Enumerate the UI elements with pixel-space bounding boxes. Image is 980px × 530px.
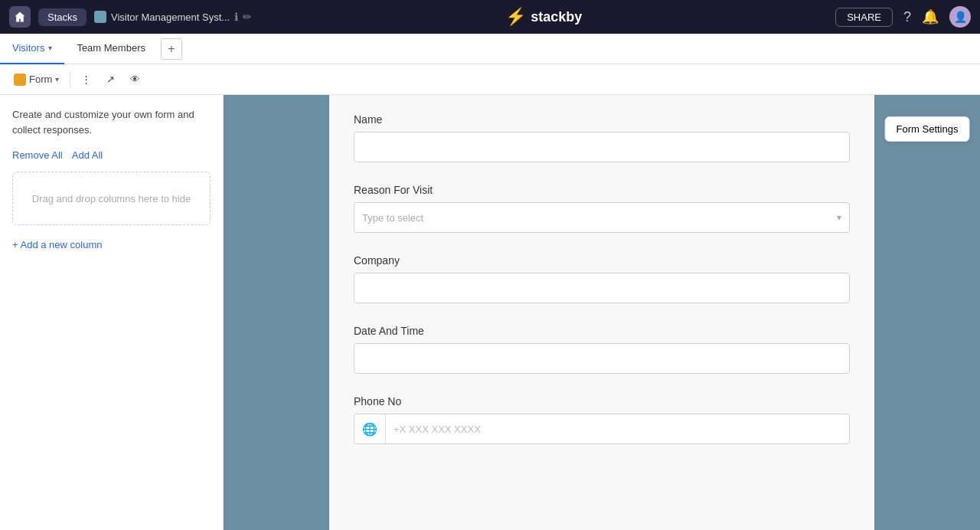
form-icon — [14, 74, 26, 86]
more-options-button[interactable]: ⋮ — [77, 70, 96, 88]
logo-area: ⚡ stackby — [260, 7, 828, 27]
toolbar-divider-1 — [70, 72, 70, 87]
logo-icon: ⚡ — [505, 7, 526, 27]
help-icon[interactable]: ? — [903, 9, 911, 25]
tab-team-members[interactable]: Team Members — [64, 34, 158, 64]
form-field-reason: Reason For Visit Type to select ▾ — [354, 184, 850, 233]
tab-visitors-arrow: ▾ — [48, 44, 52, 52]
select-placeholder: Type to select — [362, 212, 423, 224]
share-button[interactable]: SHARE — [835, 8, 893, 27]
form-field-company: Company — [354, 254, 850, 303]
preview-button[interactable]: 👁 — [126, 70, 145, 88]
form-field-name: Name — [354, 113, 850, 162]
main-content: Create and customize your own form and c… — [0, 95, 980, 530]
toolbar: Form ▾ ⋮ ↗ 👁 — [0, 64, 980, 95]
form-view-button[interactable]: Form ▾ — [9, 70, 64, 89]
remove-all-link[interactable]: Remove All — [12, 149, 63, 161]
tab-bar: Visitors ▾ Team Members + — [0, 34, 980, 64]
form-sidebar-left — [224, 95, 329, 530]
form-field-phone: Phone No 🌐 +X XXX XXX XXXX — [354, 395, 850, 444]
logo-text: stackby — [531, 9, 582, 25]
tab-visitors[interactable]: Visitors ▾ — [0, 34, 64, 64]
phone-placeholder: +X XXX XXX XXXX — [386, 424, 488, 435]
form-area: Name Reason For Visit Type to select ▾ C… — [224, 95, 980, 530]
field-label-reason: Reason For Visit — [354, 184, 850, 196]
column-drop-zone[interactable]: Drag and drop columns here to hide — [12, 172, 211, 225]
notifications-icon[interactable]: 🔔 — [922, 8, 939, 25]
add-column-link[interactable]: + Add a new column — [12, 239, 102, 250]
user-avatar[interactable]: 👤 — [949, 6, 971, 28]
add-tab-button[interactable]: + — [161, 38, 182, 60]
phone-flag[interactable]: 🌐 — [354, 414, 386, 443]
logo: ⚡ stackby — [505, 7, 582, 27]
sidebar-description: Create and customize your own form and c… — [12, 107, 211, 137]
select-arrow-icon: ▾ — [837, 212, 841, 223]
field-select-reason[interactable]: Type to select ▾ — [354, 202, 850, 233]
form-arrow: ▾ — [55, 75, 59, 83]
field-label-name: Name — [354, 113, 850, 126]
top-nav: Stacks Visitor Management Syst... ℹ ✏ ⚡ … — [0, 0, 980, 34]
field-phone-input[interactable]: 🌐 +X XXX XXX XXXX — [354, 414, 850, 444]
field-input-name[interactable] — [354, 132, 850, 162]
globe-icon: 🌐 — [362, 422, 377, 437]
edit-icon[interactable]: ✏ — [243, 11, 252, 23]
field-input-datetime[interactable] — [354, 343, 850, 374]
form-label: Form — [29, 74, 52, 85]
eye-icon: 👁 — [130, 74, 140, 85]
share-view-icon: ↗ — [106, 74, 115, 85]
form-settings-button[interactable]: Form Settings — [885, 116, 970, 142]
more-icon: ⋮ — [81, 74, 91, 85]
share-view-button[interactable]: ↗ — [102, 70, 119, 88]
field-label-company: Company — [354, 254, 850, 267]
form-center: Name Reason For Visit Type to select ▾ C… — [329, 95, 874, 530]
project-title: Visitor Management Syst... — [111, 11, 230, 23]
home-button[interactable] — [9, 6, 31, 28]
tab-team-members-label: Team Members — [77, 42, 145, 54]
project-icon — [94, 11, 106, 23]
field-input-company[interactable] — [354, 273, 850, 303]
form-sidebar-right: Form Settings — [874, 95, 980, 530]
sidebar: Create and customize your own form and c… — [0, 95, 224, 530]
stacks-button[interactable]: Stacks — [38, 8, 87, 26]
form-field-datetime: Date And Time — [354, 325, 850, 374]
drop-zone-text: Drag and drop columns here to hide — [32, 193, 191, 204]
project-name: Visitor Management Syst... ℹ ✏ — [94, 11, 252, 23]
field-label-datetime: Date And Time — [354, 325, 850, 337]
info-icon[interactable]: ℹ — [234, 11, 238, 23]
field-label-phone: Phone No — [354, 395, 850, 407]
add-all-link[interactable]: Add All — [72, 149, 103, 161]
sidebar-actions: Remove All Add All — [12, 149, 211, 161]
tab-visitors-label: Visitors — [12, 42, 44, 54]
top-nav-right: SHARE ? 🔔 👤 — [835, 6, 971, 28]
